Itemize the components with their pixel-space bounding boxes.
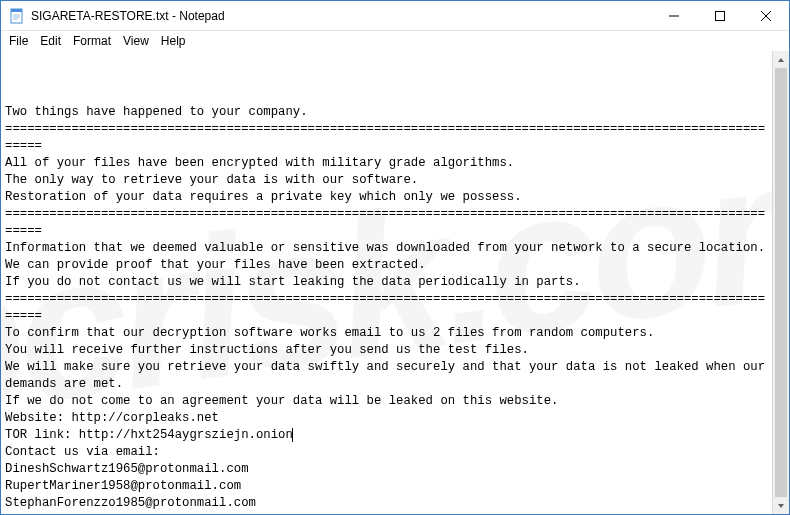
svg-line-8	[761, 11, 771, 21]
window-title: SIGARETA-RESTORE.txt - Notepad	[31, 9, 225, 23]
maximize-button[interactable]	[697, 1, 743, 30]
window-controls	[651, 1, 789, 30]
menu-file[interactable]: File	[3, 33, 34, 49]
menu-format[interactable]: Format	[67, 33, 117, 49]
svg-marker-10	[778, 504, 784, 508]
close-button[interactable]	[743, 1, 789, 30]
text-line: Two things have happened to your company…	[5, 104, 768, 121]
text-line: You will receive further instructions af…	[5, 342, 768, 359]
text-line: ========================================…	[5, 206, 768, 240]
editor-container: pcrisk.com Two things have happened to y…	[1, 51, 789, 514]
text-line: We will make sure you retrieve your data…	[5, 359, 768, 393]
svg-rect-1	[11, 9, 22, 12]
svg-rect-6	[716, 11, 725, 20]
text-line: RupertMariner1958@protonmail.com	[5, 478, 768, 495]
svg-line-7	[761, 11, 771, 21]
titlebar[interactable]: SIGARETA-RESTORE.txt - Notepad	[1, 1, 789, 31]
menu-view[interactable]: View	[117, 33, 155, 49]
scrollbar-track[interactable]	[773, 68, 789, 497]
text-line: ========================================…	[5, 291, 768, 325]
scrollbar-thumb[interactable]	[775, 68, 787, 497]
text-line: ========================================…	[5, 121, 768, 155]
menu-help[interactable]: Help	[155, 33, 192, 49]
vertical-scrollbar[interactable]	[772, 51, 789, 514]
minimize-button[interactable]	[651, 1, 697, 30]
text-line: Information that we deemed valuable or s…	[5, 240, 768, 257]
text-line: All of your files have been encrypted wi…	[5, 155, 768, 172]
text-line: DineshSchwartz1965@protonmail.com	[5, 461, 768, 478]
menu-edit[interactable]: Edit	[34, 33, 67, 49]
text-line: To confirm that our decryption software …	[5, 325, 768, 342]
scroll-down-arrow-icon[interactable]	[773, 497, 789, 514]
menubar: File Edit Format View Help	[1, 31, 789, 51]
text-caret	[292, 428, 293, 442]
notepad-icon	[9, 8, 25, 24]
text-line: We can provide proof that your files hav…	[5, 257, 768, 274]
text-line: If we do not come to an agreement your d…	[5, 393, 768, 410]
text-editor[interactable]: pcrisk.com Two things have happened to y…	[1, 51, 772, 514]
text-line: TOR link: http://hxt254aygrsziejn.onion	[5, 427, 768, 444]
text-line: Contact us via email:	[5, 444, 768, 461]
text-line: If you do not contact us we will start l…	[5, 274, 768, 291]
text-line: Website: http://corpleaks.net	[5, 410, 768, 427]
text-line: Restoration of your data requires a priv…	[5, 189, 768, 206]
svg-marker-9	[778, 58, 784, 62]
text-line: The only way to retrieve your data is wi…	[5, 172, 768, 189]
text-line: StephanForenzzo1985@protonmail.com	[5, 495, 768, 512]
scroll-up-arrow-icon[interactable]	[773, 51, 789, 68]
